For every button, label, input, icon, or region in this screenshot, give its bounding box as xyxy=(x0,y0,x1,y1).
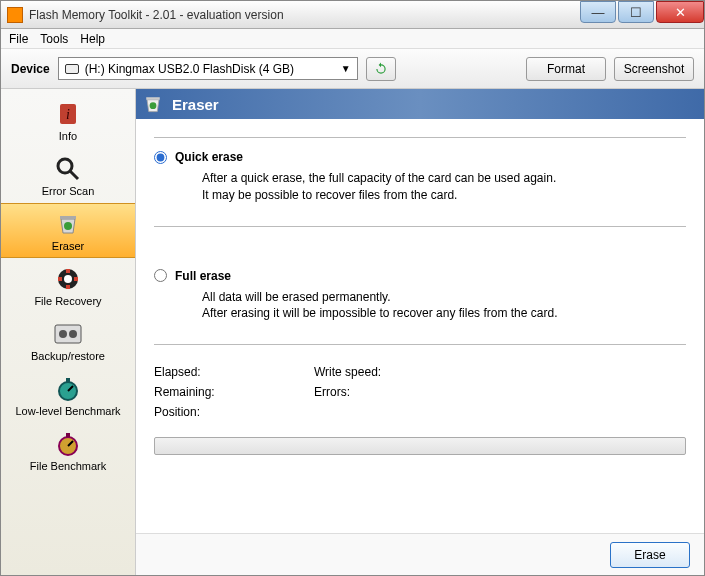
info-icon: i xyxy=(54,100,82,128)
quick-erase-option[interactable]: Quick erase xyxy=(154,150,686,164)
menu-file[interactable]: File xyxy=(9,32,28,46)
maximize-button[interactable]: ☐ xyxy=(618,1,654,23)
stats-right: Write speed: Errors: xyxy=(314,365,394,419)
svg-point-2 xyxy=(58,159,72,173)
erase-button[interactable]: Erase xyxy=(610,542,690,568)
divider xyxy=(154,344,686,345)
position-label: Position: xyxy=(154,405,234,419)
svg-rect-17 xyxy=(146,97,160,100)
recycle-bin-icon xyxy=(54,210,82,238)
svg-line-3 xyxy=(70,171,78,179)
screenshot-button[interactable]: Screenshot xyxy=(614,57,694,81)
body: i Info Error Scan Eraser File Recovery B… xyxy=(1,89,704,575)
menubar: File Tools Help xyxy=(1,29,704,49)
format-button[interactable]: Format xyxy=(526,57,606,81)
sidebar-item-file-recovery[interactable]: File Recovery xyxy=(1,258,135,313)
disk-icon xyxy=(65,64,79,74)
svg-point-7 xyxy=(64,275,72,283)
svg-point-10 xyxy=(69,330,77,338)
menu-tools[interactable]: Tools xyxy=(40,32,68,46)
recycle-bin-icon xyxy=(142,93,164,115)
quick-erase-radio[interactable] xyxy=(154,151,167,164)
device-label: Device xyxy=(11,62,50,76)
titlebar: Flash Memory Toolkit - 2.01 - evaluation… xyxy=(1,1,704,29)
footer: Erase xyxy=(136,533,704,575)
svg-rect-4 xyxy=(60,216,76,219)
minimize-button[interactable]: — xyxy=(580,1,616,23)
full-erase-label: Full erase xyxy=(175,269,231,283)
divider xyxy=(154,137,686,138)
svg-point-5 xyxy=(64,222,72,230)
full-erase-desc: All data will be erased permanently. Aft… xyxy=(202,289,686,323)
svg-rect-15 xyxy=(66,433,70,437)
sidebar-item-lowlevel-benchmark[interactable]: Low-level Benchmark xyxy=(1,368,135,423)
menu-help[interactable]: Help xyxy=(80,32,105,46)
content-body: Quick erase After a quick erase, the ful… xyxy=(136,119,704,533)
app-window: Flash Memory Toolkit - 2.01 - evaluation… xyxy=(0,0,705,576)
progress-bar xyxy=(154,437,686,455)
sidebar-item-backup-restore[interactable]: Backup/restore xyxy=(1,313,135,368)
tape-icon xyxy=(54,320,82,348)
content-header: Eraser xyxy=(136,89,704,119)
magnifier-icon xyxy=(54,155,82,183)
elapsed-label: Elapsed: xyxy=(154,365,234,379)
svg-text:i: i xyxy=(66,107,70,122)
refresh-button[interactable] xyxy=(366,57,396,81)
svg-point-18 xyxy=(150,102,157,109)
sidebar-item-eraser[interactable]: Eraser xyxy=(1,203,135,258)
close-button[interactable]: ✕ xyxy=(656,1,704,23)
svg-rect-8 xyxy=(55,325,81,343)
chevron-down-icon: ▼ xyxy=(341,63,351,74)
content-title: Eraser xyxy=(172,96,219,113)
errors-label: Errors: xyxy=(314,385,394,399)
window-controls: — ☐ ✕ xyxy=(578,1,704,28)
stopwatch-icon xyxy=(54,375,82,403)
lifebuoy-icon xyxy=(54,265,82,293)
sidebar-item-file-benchmark[interactable]: File Benchmark xyxy=(1,423,135,478)
sidebar-item-error-scan[interactable]: Error Scan xyxy=(1,148,135,203)
stopwatch-icon xyxy=(54,430,82,458)
app-icon xyxy=(7,7,23,23)
quick-erase-label: Quick erase xyxy=(175,150,243,164)
content-panel: Eraser Quick erase After a quick erase, … xyxy=(136,89,704,575)
device-value: (H:) Kingmax USB2.0 FlashDisk (4 GB) xyxy=(85,62,294,76)
quick-erase-desc: After a quick erase, the full capacity o… xyxy=(202,170,686,204)
svg-rect-12 xyxy=(66,378,70,382)
full-erase-radio[interactable] xyxy=(154,269,167,282)
stats-left: Elapsed: Remaining: Position: xyxy=(154,365,234,419)
full-erase-option[interactable]: Full erase xyxy=(154,269,686,283)
window-title: Flash Memory Toolkit - 2.01 - evaluation… xyxy=(29,8,578,22)
stats-panel: Elapsed: Remaining: Position: Write spee… xyxy=(154,365,686,419)
sidebar-item-info[interactable]: i Info xyxy=(1,93,135,148)
sidebar: i Info Error Scan Eraser File Recovery B… xyxy=(1,89,136,575)
divider xyxy=(154,226,686,227)
writespeed-label: Write speed: xyxy=(314,365,394,379)
device-select[interactable]: (H:) Kingmax USB2.0 FlashDisk (4 GB) ▼ xyxy=(58,57,358,80)
toolbar: Device (H:) Kingmax USB2.0 FlashDisk (4 … xyxy=(1,49,704,89)
refresh-icon xyxy=(374,62,388,76)
remaining-label: Remaining: xyxy=(154,385,234,399)
svg-point-9 xyxy=(59,330,67,338)
